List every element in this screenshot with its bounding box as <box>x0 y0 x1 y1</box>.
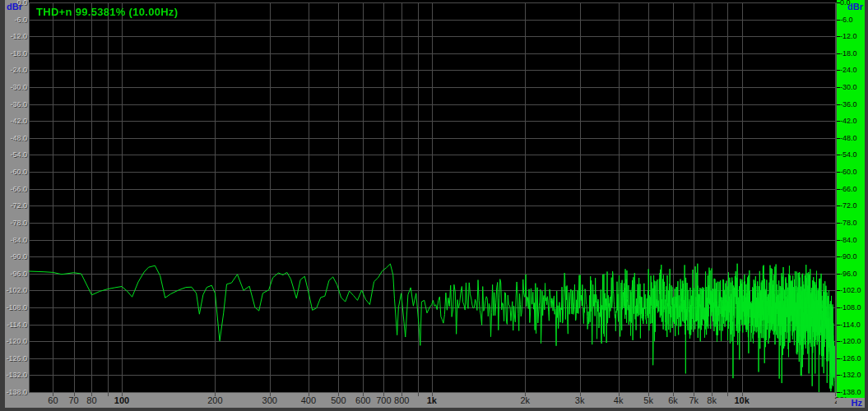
y-axis-label-left: -36.0 <box>5 100 29 109</box>
x-axis-label: 500 <box>331 395 346 405</box>
x-axis-label: 10k <box>734 395 749 405</box>
y-axis-label-left: -102.0 <box>5 286 29 294</box>
x-axis: 6070801002003004005006007008001k2k3k4k5k… <box>29 392 837 409</box>
x-axis-label: 200 <box>207 395 222 405</box>
y-axis-label-right: -96.0 <box>840 270 857 278</box>
y-axis-label-right: -60.0 <box>840 168 857 176</box>
x-axis-unit: Hz <box>852 398 862 408</box>
x-axis-label: 70 <box>69 395 79 405</box>
y-axis-label-right: -48.0 <box>840 134 857 142</box>
y-axis-label-right: -72.0 <box>840 201 857 210</box>
spectrum-plot[interactable] <box>29 2 837 392</box>
x-axis-label: 3k <box>575 395 585 405</box>
x-axis-label: 400 <box>301 395 316 405</box>
x-axis-corner: Hz <box>837 398 865 408</box>
x-axis-label: 4k <box>614 395 624 405</box>
y-axis-label-right: -78.0 <box>840 219 857 227</box>
x-axis-label: 600 <box>355 395 370 405</box>
y-axis-label-right: -132.0 <box>840 371 861 379</box>
x-axis-label: 100 <box>114 395 129 405</box>
y-axis-label-left: -30.0 <box>5 83 29 91</box>
y-axis-label-right: -90.0 <box>840 252 857 261</box>
y-axis-label-right: -84.0 <box>840 236 857 244</box>
y-axis-label-left: -72.0 <box>5 201 29 210</box>
thd-readout: THD+n 99.5381% (10.00Hz) <box>36 6 178 18</box>
level-meter-bar: dBr 0.0-6.0-12.0-18.0-24.0-30.0-36.0-42.… <box>837 0 865 398</box>
y-axis-label-right: -36.0 <box>840 100 857 109</box>
y-axis-label-right: -114.0 <box>840 321 861 329</box>
border-left <box>0 0 5 411</box>
y-axis-label-right: -42.0 <box>840 117 857 125</box>
y-axis-label-right: -18.0 <box>840 49 857 58</box>
x-axis-label: 80 <box>86 395 96 405</box>
y-axis-label-right: -120.0 <box>840 337 861 345</box>
x-axis-label: 60 <box>48 395 58 405</box>
x-axis-tick <box>418 393 419 396</box>
y-axis-label-left: -66.0 <box>5 185 29 193</box>
x-axis-label: 1k <box>427 395 437 405</box>
border-bottom <box>0 408 868 411</box>
y-axis-label-right: -102.0 <box>840 286 861 294</box>
x-axis-label: 2k <box>520 395 530 405</box>
y-axis-label-left: -18.0 <box>5 49 29 58</box>
y-axis-label-left: -60.0 <box>5 168 29 176</box>
analyzer-screen: dBr 0.0-6.0-12.0-18.0-24.0-30.0-36.0-42.… <box>0 0 868 411</box>
y-axis-label-left: -120.0 <box>5 337 29 345</box>
y-axis-label-right: -54.0 <box>840 150 857 159</box>
y-axis-label-left: -84.0 <box>5 236 29 244</box>
y-axis-label-right: -126.0 <box>840 354 861 363</box>
y-axis-label-left: -114.0 <box>5 321 29 329</box>
y-axis-label-left: -54.0 <box>5 150 29 159</box>
x-axis-label: 6k <box>668 395 678 405</box>
y-axis-label-right: 0.0 <box>840 0 851 7</box>
x-axis-label: 300 <box>262 395 277 405</box>
y-axis-label-right: -6.0 <box>840 16 853 24</box>
x-axis-label: 800 <box>394 395 409 405</box>
y-axis-label-left: -96.0 <box>5 270 29 278</box>
y-axis-label-left: -78.0 <box>5 219 29 227</box>
y-axis-label-left: -90.0 <box>5 252 29 261</box>
y-axis-label-left: -138.0 <box>5 388 29 396</box>
border-right <box>865 0 868 411</box>
y-axis-left: dBr 0.0-6.0-12.0-18.0-24.0-30.0-36.0-42.… <box>5 0 29 408</box>
y-axis-label-left: -12.0 <box>5 32 29 40</box>
y-axis-label-right: -12.0 <box>840 32 857 40</box>
y-axis-label-left: -126.0 <box>5 354 29 363</box>
y-axis-label-right: -24.0 <box>840 66 857 74</box>
x-axis-label: 7k <box>689 395 699 405</box>
y-axis-label-left: -48.0 <box>5 134 29 142</box>
x-axis-tick <box>108 393 109 396</box>
x-axis-label: 5k <box>643 395 653 405</box>
y-axis-label-left: -108.0 <box>5 303 29 312</box>
y-axis-label-left: -132.0 <box>5 371 29 379</box>
y-axis-label-left: 0.0 <box>5 0 29 7</box>
x-axis-tick <box>727 393 728 396</box>
y-axis-label-left: -6.0 <box>5 16 29 24</box>
x-axis-label: 700 <box>376 395 391 405</box>
y-axis-label-right: -108.0 <box>840 303 861 312</box>
y-axis-label-right: -30.0 <box>840 83 857 91</box>
x-axis-label: 8k <box>707 395 717 405</box>
y-axis-label-left: -42.0 <box>5 117 29 125</box>
y-axis-label-left: -24.0 <box>5 66 29 74</box>
y-axis-label-right: -66.0 <box>840 185 857 193</box>
